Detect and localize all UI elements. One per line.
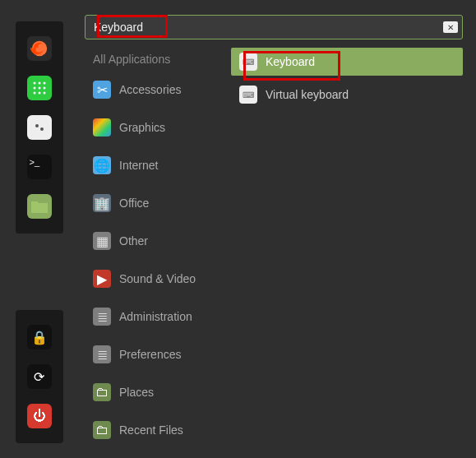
category-label: Recent Files bbox=[119, 423, 183, 437]
result-label: Virtual keyboard bbox=[266, 88, 349, 101]
svg-point-11 bbox=[35, 124, 39, 127]
svg-point-3 bbox=[43, 82, 45, 85]
svg-point-12 bbox=[40, 127, 44, 131]
terminal-icon[interactable]: >_ bbox=[27, 155, 52, 179]
result-label: Keyboard bbox=[266, 55, 315, 68]
svg-point-7 bbox=[33, 92, 35, 95]
category-graphics[interactable]: Graphics bbox=[85, 115, 224, 140]
svg-point-2 bbox=[38, 82, 40, 85]
power-icon[interactable]: ⏻ bbox=[27, 404, 52, 428]
prefs-icon: ≣ bbox=[93, 345, 111, 363]
category-internet[interactable]: 🌐Internet bbox=[85, 153, 224, 178]
result-item[interactable]: ⌨Virtual keyboard bbox=[231, 81, 463, 109]
category-prefs[interactable]: ≣Preferences bbox=[85, 342, 224, 367]
svg-point-5 bbox=[38, 87, 40, 90]
category-sound[interactable]: ▶Sound & Video bbox=[85, 266, 224, 291]
apps-grid-icon[interactable] bbox=[27, 76, 52, 100]
category-recent[interactable]: 🗀Recent Files bbox=[85, 418, 224, 442]
category-label: Preferences bbox=[119, 348, 181, 361]
category-places[interactable]: 🗀Places bbox=[85, 380, 224, 405]
category-label: Places bbox=[119, 386, 154, 399]
keyboard-icon: ⌨ bbox=[239, 53, 257, 71]
category-label: Internet bbox=[119, 159, 158, 172]
other-icon: ▦ bbox=[93, 232, 111, 250]
category-label: Other bbox=[119, 234, 148, 248]
results-column: ⌨Keyboard⌨Virtual keyboard bbox=[231, 48, 469, 456]
favorites-inner: >_ bbox=[16, 21, 63, 234]
clear-search-icon[interactable]: ✕ bbox=[443, 21, 458, 33]
category-label: Administration bbox=[119, 310, 192, 323]
office-icon: 🏢 bbox=[93, 194, 111, 212]
svg-point-1 bbox=[33, 82, 35, 85]
main-panel: ✕ All Applications ✂AccessoriesGraphics🌐… bbox=[78, 0, 476, 458]
admin-icon: ≣ bbox=[93, 308, 111, 326]
recent-icon: 🗀 bbox=[93, 421, 111, 439]
software-manager-icon[interactable] bbox=[27, 115, 52, 140]
categories-column: All Applications ✂AccessoriesGraphics🌐In… bbox=[85, 48, 224, 456]
accessories-icon: ✂ bbox=[93, 81, 111, 99]
category-label: Accessories bbox=[119, 83, 181, 96]
category-label: Office bbox=[119, 197, 149, 210]
svg-point-9 bbox=[43, 92, 45, 95]
session-controls: 🔒 ⟳ ⏻ bbox=[16, 310, 63, 443]
logout-icon[interactable]: ⟳ bbox=[27, 364, 52, 389]
sound-icon: ▶ bbox=[93, 270, 111, 288]
svg-rect-10 bbox=[34, 122, 45, 133]
category-accessories[interactable]: ✂Accessories bbox=[85, 77, 224, 102]
favorites-sidebar: >_ 🔒 ⟳ ⏻ bbox=[0, 0, 78, 458]
category-admin[interactable]: ≣Administration bbox=[85, 304, 224, 329]
svg-point-4 bbox=[33, 87, 35, 90]
category-other[interactable]: ▦Other bbox=[85, 229, 224, 253]
all-applications-header[interactable]: All Applications bbox=[85, 48, 224, 77]
internet-icon: 🌐 bbox=[93, 156, 111, 174]
lock-screen-icon[interactable]: 🔒 bbox=[27, 325, 52, 349]
firefox-icon[interactable] bbox=[27, 36, 52, 61]
svg-point-8 bbox=[38, 92, 40, 95]
category-label: Sound & Video bbox=[119, 272, 196, 285]
result-item[interactable]: ⌨Keyboard bbox=[231, 48, 463, 76]
search-input[interactable] bbox=[85, 15, 463, 39]
category-label: Graphics bbox=[119, 121, 165, 134]
places-icon: 🗀 bbox=[93, 383, 111, 401]
keyboard-icon: ⌨ bbox=[239, 86, 257, 104]
graphics-icon bbox=[93, 118, 111, 136]
search-wrap: ✕ bbox=[85, 15, 463, 39]
svg-point-6 bbox=[43, 87, 45, 90]
category-office[interactable]: 🏢Office bbox=[85, 191, 224, 215]
files-icon[interactable] bbox=[27, 194, 52, 219]
